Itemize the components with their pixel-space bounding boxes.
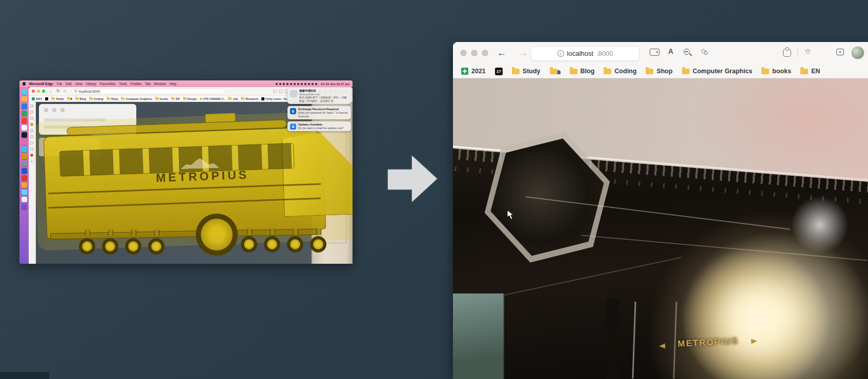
dock-app-icon[interactable]: [22, 204, 27, 209]
dock-app-icon[interactable]: [22, 146, 27, 152]
sidebar-icon[interactable]: [30, 135, 33, 138]
address-bar[interactable]: i localhost:8000: [531, 46, 639, 61]
safari-window: ← → ↻ ⌂ i localhost:8000 A ☆ ☆ + 2021 17…: [453, 42, 868, 379]
bookmark-item[interactable]: 2021: [32, 97, 42, 100]
bookmark-item[interactable]: EN: [800, 68, 820, 75]
apple-logo-icon[interactable]: [23, 82, 26, 86]
dock-app-icon[interactable]: [22, 139, 27, 145]
bookmark-item[interactable]: 2021: [461, 68, 486, 75]
bookmark-item[interactable]: Computer Graphics: [682, 68, 753, 75]
sidebar-icon[interactable]: [30, 129, 33, 132]
bookmark-item[interactable]: [45, 97, 48, 100]
bookmark-item[interactable]: Job: [228, 97, 238, 100]
notification-youtube[interactable]: 最新环保列车 www.youtube.com 真实:拍摄外星了！回国知道！伊拉 …: [287, 88, 351, 104]
home-icon[interactable]: ⌂: [64, 89, 66, 93]
menu-item-history[interactable]: History: [86, 82, 96, 86]
dock-app-icon[interactable]: [22, 161, 27, 166]
site-info-icon[interactable]: i: [557, 50, 564, 57]
menu-item-profiles[interactable]: Profiles: [130, 82, 141, 86]
macos-dock[interactable]: [19, 87, 29, 264]
record-icon[interactable]: [30, 154, 33, 157]
dock-app-icon[interactable]: [22, 197, 27, 202]
collections-icon[interactable]: [279, 90, 282, 93]
back-icon[interactable]: ←: [497, 47, 506, 58]
menu-item-favourites[interactable]: Favourites: [100, 82, 115, 86]
sidebar-icon[interactable]: [30, 111, 33, 114]
dock-app-icon[interactable]: [22, 154, 27, 159]
bookmark-item[interactable]: Study: [512, 68, 541, 75]
close-button[interactable]: [460, 50, 467, 56]
bookmark-item[interactable]: [550, 68, 561, 74]
tab-preview-icon[interactable]: [650, 49, 659, 56]
forward-icon[interactable]: →: [519, 47, 528, 58]
bookmark-item[interactable]: books: [155, 97, 168, 100]
dock-app-icon[interactable]: [22, 111, 27, 116]
zoom-button[interactable]: [482, 50, 488, 56]
text-size-icon[interactable]: A: [668, 47, 673, 55]
profile-avatar[interactable]: [852, 47, 864, 59]
dock-app-icon[interactable]: [22, 182, 27, 188]
menu-item-tab[interactable]: Tab: [145, 82, 150, 86]
site-info-icon[interactable]: i: [74, 90, 77, 93]
menu-item-window[interactable]: Window: [154, 82, 166, 86]
reading-list-icon[interactable]: ☆: [804, 47, 811, 56]
minimize-button[interactable]: [471, 50, 478, 56]
dock-app-icon[interactable]: [22, 132, 27, 138]
bookmark-item[interactable]: Study: [51, 97, 64, 100]
menu-item-file[interactable]: File: [57, 82, 62, 86]
bookmark-item[interactable]: Design: [183, 97, 197, 100]
sidebar-icon[interactable]: [30, 117, 33, 120]
edge-sidebar[interactable]: +: [29, 102, 35, 264]
folder-icon: [121, 97, 125, 100]
minimize-button[interactable]: [37, 90, 40, 93]
address-bar[interactable]: i localhost:8000: [71, 89, 225, 94]
reload-icon[interactable]: ↻: [56, 89, 60, 93]
menu-item-tools[interactable]: Tools: [119, 82, 127, 86]
bookmark-item[interactable]: Shop: [107, 97, 118, 100]
bookmark-item[interactable]: EN: [171, 97, 180, 100]
mouse-cursor: [507, 209, 515, 222]
dock-app-icon[interactable]: [22, 89, 27, 95]
bookmark-item[interactable]: Blog: [570, 68, 595, 75]
back-icon[interactable]: ←: [49, 89, 53, 93]
new-tab-icon[interactable]: +: [836, 49, 844, 55]
menu-item-help[interactable]: Help: [170, 82, 176, 86]
menu-status-icons[interactable]: [276, 83, 317, 85]
bookmark-item[interactable]: books: [761, 68, 791, 75]
menu-app-name[interactable]: Microsoft Edge: [29, 82, 53, 86]
sidebar-icon[interactable]: [30, 104, 33, 108]
bookmark-item[interactable]: Unity Learn - Su..: [261, 97, 288, 100]
bookmark-item[interactable]: [67, 97, 72, 100]
sidebar-icon[interactable]: [30, 148, 33, 151]
dock-app-icon[interactable]: [22, 103, 27, 109]
dock-app-icon[interactable]: [22, 118, 27, 123]
folder-icon: [75, 97, 79, 100]
close-button[interactable]: [32, 90, 35, 93]
notification-updates[interactable]: A Updates Available Do you want to insta…: [287, 121, 351, 131]
bookmark-item[interactable]: Coding: [604, 68, 636, 75]
add-icon[interactable]: +: [31, 160, 33, 163]
dock-app-icon[interactable]: [22, 168, 27, 174]
dock-app-icon[interactable]: [22, 175, 27, 181]
bookmark-item[interactable]: Blog: [75, 97, 86, 100]
favorites-settings-icon[interactable]: ☆: [700, 47, 707, 56]
dock-app-icon[interactable]: [22, 125, 27, 131]
folder-icon: [107, 97, 110, 100]
bookmark-item[interactable]: Computer Graphics: [121, 97, 152, 100]
extensions-icon[interactable]: [783, 49, 791, 57]
bookmark-item[interactable]: UTS C090930 C..: [200, 97, 225, 100]
bookmark-item[interactable]: Coding: [89, 97, 104, 100]
zoom-out-icon[interactable]: [684, 49, 690, 55]
menu-item-edit[interactable]: Edit: [66, 82, 71, 86]
menu-item-view[interactable]: View: [75, 82, 82, 86]
bookmark-item[interactable]: Research: [241, 97, 258, 100]
dock-app-icon[interactable]: [22, 190, 27, 195]
bookmark-item[interactable]: Shop: [646, 68, 672, 75]
favorites-icon[interactable]: [273, 90, 277, 93]
zoom-button[interactable]: [42, 90, 45, 93]
sidebar-icon[interactable]: [30, 123, 33, 126]
dock-app-icon[interactable]: [22, 96, 27, 102]
bookmark-item[interactable]: 17: [495, 68, 503, 75]
sidebar-icon[interactable]: [30, 141, 33, 144]
notification-exchange[interactable]: E Exchange Password Required Enter your …: [287, 106, 351, 119]
